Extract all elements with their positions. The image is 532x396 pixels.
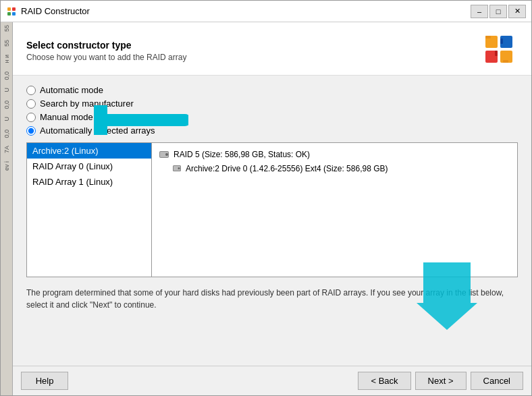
close-button[interactable]: ✕ <box>508 5 526 18</box>
svg-rect-9 <box>495 51 498 56</box>
main-section: Automatic mode Search by manufacturer Ma… <box>13 76 531 366</box>
sidebar-label-10: ev i <box>3 161 10 171</box>
svg-rect-3 <box>12 12 16 16</box>
help-button[interactable]: Help <box>21 372 68 390</box>
svg-rect-0 <box>7 7 11 11</box>
sidebar-strip: 55 55 н и 0,0 U 0,0 U 0,0 7A ev i <box>1 22 13 395</box>
sidebar-label-3: н и <box>3 55 10 63</box>
svg-rect-11 <box>503 60 508 63</box>
list-item-1[interactable]: RAID Array 0 (Linux) <box>27 159 151 174</box>
page-subtitle: Choose how you want to add the RAID arra… <box>26 53 186 62</box>
header-section: Select constructor type Choose how you w… <box>13 22 531 76</box>
app-icon <box>6 6 17 17</box>
radio-group: Automatic mode Search by manufacturer Ma… <box>26 85 518 136</box>
drive-small-icon <box>172 164 182 173</box>
footer-left: Help <box>21 372 68 390</box>
radio-manual[interactable]: Manual mode <box>26 112 518 122</box>
left-list[interactable]: Archive:2 (Linux) RAID Array 0 (Linux) R… <box>27 143 152 277</box>
page-title: Select constructor type <box>26 40 186 51</box>
sidebar-label-4: 0,0 <box>3 72 10 80</box>
main-window: RAID Constructor – □ ✕ 55 55 н и 0,0 U 0… <box>0 0 532 396</box>
list-item-2[interactable]: RAID Array 1 (Linux) <box>27 174 151 190</box>
radio-auto-detected[interactable]: Automatically detected arrays <box>26 125 518 136</box>
content-area: Select constructor type Choose how you w… <box>13 22 531 395</box>
svg-rect-7 <box>500 38 503 44</box>
radio-manufacturer[interactable]: Search by manufacturer <box>26 98 518 109</box>
tree-item-root: RAID 5 (Size: 586,98 GB, Status: OK) <box>157 147 512 162</box>
radio-manual-input[interactable] <box>26 113 36 122</box>
sidebar-label-2: 55 <box>3 40 10 47</box>
maximize-button[interactable]: □ <box>489 5 507 18</box>
sidebar-label-8: 0,0 <box>3 130 10 138</box>
header-icon <box>483 33 518 68</box>
window-title: RAID Constructor <box>21 6 90 16</box>
radio-automatic-input[interactable] <box>26 86 36 95</box>
radio-auto-detected-label: Automatically detected arrays <box>40 125 155 136</box>
tree-child-label: Archive:2 Drive 0 (1.42.6-25556) Ext4 (S… <box>186 164 388 173</box>
tree-root-label: RAID 5 (Size: 586,98 GB, Status: OK) <box>174 150 310 159</box>
back-button[interactable]: < Back <box>358 372 410 390</box>
radio-manufacturer-input[interactable] <box>26 99 36 109</box>
sidebar-label-9: 7A <box>3 146 10 153</box>
lists-container: Archive:2 (Linux) RAID Array 0 (Linux) R… <box>26 142 518 277</box>
sidebar-label-6: 0,0 <box>3 101 10 109</box>
title-bar-controls: – □ ✕ <box>471 5 526 18</box>
sidebar-label-1: 55 <box>3 25 10 32</box>
title-bar: RAID Constructor – □ ✕ <box>1 1 531 22</box>
info-text: The program determined that some of your… <box>26 287 518 315</box>
title-bar-left: RAID Constructor <box>6 6 90 17</box>
sidebar-label-7: U <box>3 117 10 121</box>
footer: Help < Back Next > Cancel <box>13 366 531 395</box>
sidebar-label-5: U <box>3 88 10 92</box>
drive-icon <box>159 149 169 160</box>
svg-rect-2 <box>7 12 11 16</box>
radio-automatic-label: Automatic mode <box>40 85 103 95</box>
cancel-button[interactable]: Cancel <box>471 372 523 390</box>
right-panel: RAID 5 (Size: 586,98 GB, Status: OK) Arc… <box>152 143 517 277</box>
radio-manufacturer-label: Search by manufacturer <box>40 98 134 109</box>
radio-auto-detected-input[interactable] <box>26 126 36 136</box>
next-button[interactable]: Next > <box>415 372 467 390</box>
radio-automatic[interactable]: Automatic mode <box>26 85 518 95</box>
svg-rect-1 <box>12 7 16 11</box>
svg-rect-5 <box>485 36 491 38</box>
radio-manual-label: Manual mode <box>40 112 93 122</box>
list-item-0[interactable]: Archive:2 (Linux) <box>27 143 151 159</box>
footer-right: < Back Next > Cancel <box>358 372 523 390</box>
info-text-content: The program determined that some of your… <box>26 288 504 310</box>
svg-point-16 <box>165 153 168 156</box>
header-text: Select constructor type Choose how you w… <box>26 40 186 62</box>
svg-point-19 <box>178 167 180 169</box>
minimize-button[interactable]: – <box>471 5 488 18</box>
tree-item-child-0: Archive:2 Drive 0 (1.42.6-25556) Ext4 (S… <box>171 162 512 175</box>
